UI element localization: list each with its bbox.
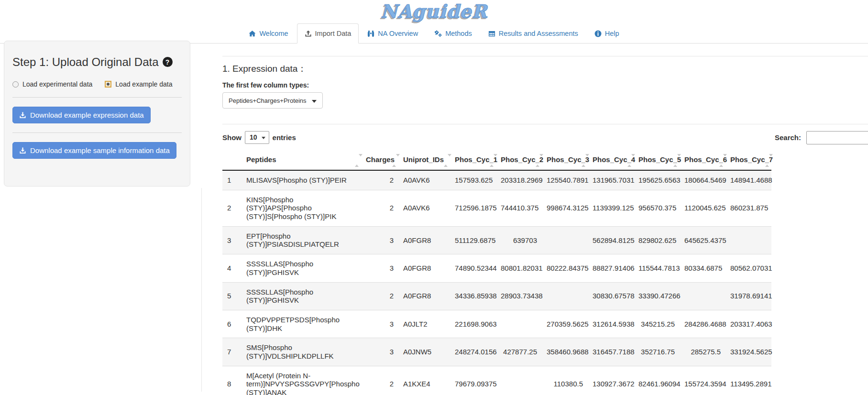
value-cell-phos_cyc_7: 31978.69141 bbox=[725, 282, 771, 310]
divider bbox=[222, 124, 868, 124]
column-header-phos_cyc_3[interactable]: Phos_Cyc_3 bbox=[542, 149, 588, 170]
value-cell-phos_cyc_5: 115544.7813 bbox=[634, 254, 680, 282]
value-cell-phos_cyc_7: 113495.2891 bbox=[725, 366, 771, 395]
value-cell-phos_cyc_6: 180664.5469 bbox=[680, 170, 725, 190]
row-index-cell: 5 bbox=[222, 282, 242, 310]
tab-label: Results and Assessments bbox=[499, 29, 578, 38]
radio-load-experimental-data[interactable]: Load experimental data bbox=[12, 80, 92, 88]
value-cell-phos_cyc_6: 285275.5 bbox=[680, 338, 725, 366]
table-row[interactable]: 5SSSSLLAS[Phospho (STY)]PGHISVK2A0FGR834… bbox=[222, 282, 771, 310]
table-row[interactable]: 7SMS[Phospho (STY)]VDLSHIPLKDPLLFK3A0JNW… bbox=[222, 338, 771, 366]
value-cell-phos_cyc_4: 130927.3672 bbox=[588, 366, 634, 395]
value-cell-phos_cyc_3 bbox=[542, 282, 588, 310]
peptide-cell: EPT[Phospho (STY)]PSIASDISLPIATQELR bbox=[242, 226, 361, 254]
search-input[interactable] bbox=[806, 131, 868, 144]
column-header-phos_cyc_6[interactable]: Phos_Cyc_6 bbox=[680, 149, 725, 170]
column-header-phos_cyc_4[interactable]: Phos_Cyc_4 bbox=[588, 149, 634, 170]
row-index-cell: 6 bbox=[222, 310, 242, 338]
page-length-value: 10 bbox=[250, 133, 257, 141]
value-cell-phos_cyc_5: 82461.96094 bbox=[634, 366, 680, 395]
data-source-radios: Load experimental data Load example data bbox=[12, 80, 182, 88]
value-cell-phos_cyc_2: 203318.2969 bbox=[496, 170, 542, 190]
table-controls: Show 10 entries Search: bbox=[222, 131, 868, 146]
column-header-peptides[interactable]: Peptides bbox=[242, 149, 361, 170]
table-left-divider bbox=[201, 188, 202, 392]
value-cell-phos_cyc_2 bbox=[496, 310, 542, 338]
show-label: Show bbox=[222, 133, 242, 142]
column-types-select[interactable]: Peptides+Charges+Proteins bbox=[222, 92, 323, 109]
column-header-phos_cyc_1[interactable]: Phos_Cyc_1 bbox=[450, 149, 496, 170]
column-header-phos_cyc_7[interactable]: Phos_Cyc_7 bbox=[725, 149, 771, 170]
upload-icon bbox=[305, 30, 312, 37]
value-cell-phos_cyc_6: 155724.3594 bbox=[680, 366, 725, 395]
charge-cell: 2 bbox=[361, 282, 398, 310]
sort-icon bbox=[627, 156, 632, 165]
expression-data-title: 1. Expression data： bbox=[222, 63, 868, 75]
uniprot-id-cell: A0JLT2 bbox=[398, 310, 450, 338]
row-index-cell: 7 bbox=[222, 338, 242, 366]
row-index-cell: 8 bbox=[222, 366, 242, 395]
download-example-sample-information-data-button[interactable]: Download example sample information data bbox=[12, 142, 176, 159]
sort-icon bbox=[490, 156, 494, 165]
value-cell-phos_cyc_5: 195625.6563 bbox=[634, 170, 680, 190]
tab-methods[interactable]: Methods bbox=[427, 23, 480, 44]
peptide-cell: SSSSLLAS[Phospho (STY)]PGHISVK bbox=[242, 254, 361, 282]
expression-table: PeptidesChargesUniprot_IDsPhos_Cyc_1Phos… bbox=[222, 149, 771, 395]
value-cell-phos_cyc_3: 998674.3125 bbox=[542, 190, 588, 226]
upload-panel: Step 1: Upload Original Data? Load exper… bbox=[4, 41, 190, 187]
uniprot-id-cell: A0JNW5 bbox=[398, 338, 450, 366]
value-cell-phos_cyc_5: 33390.47266 bbox=[634, 282, 680, 310]
value-cell-phos_cyc_4: 562894.8125 bbox=[588, 226, 634, 254]
value-cell-phos_cyc_6 bbox=[680, 282, 725, 310]
table-row[interactable]: 4SSSSLLAS[Phospho (STY)]PGHISVK3A0FGR874… bbox=[222, 254, 771, 282]
app-header: NAguideR bbox=[0, 0, 868, 24]
tab-help[interactable]: Help bbox=[587, 23, 627, 44]
column-header-label: Peptides bbox=[246, 155, 276, 164]
radio-label: Load experimental data bbox=[22, 80, 92, 88]
page-length-select[interactable]: 10 bbox=[245, 131, 269, 144]
value-cell-phos_cyc_5: 829802.625 bbox=[634, 226, 680, 254]
table-row[interactable]: 8M[Acetyl (Protein N-term)]NPVYSPGSSGVPY… bbox=[222, 366, 771, 395]
tab-label: Welcome bbox=[259, 29, 288, 38]
value-cell-phos_cyc_6: 80334.6875 bbox=[680, 254, 725, 282]
value-cell-phos_cyc_2: 427877.25 bbox=[496, 338, 542, 366]
column-header-phos_cyc_2[interactable]: Phos_Cyc_2 bbox=[496, 149, 542, 170]
tab-na-overview[interactable]: NA Overview bbox=[360, 23, 426, 44]
value-cell-phos_cyc_4: 30830.67578 bbox=[588, 282, 634, 310]
peptide-cell: SMS[Phospho (STY)]VDLSHIPLKDPLLFK bbox=[242, 338, 361, 366]
radio-unselected-icon[interactable] bbox=[12, 81, 19, 88]
radio-selected-icon[interactable] bbox=[105, 81, 111, 88]
row-index-cell: 3 bbox=[222, 226, 242, 254]
value-cell-phos_cyc_4: 312614.5938 bbox=[588, 310, 634, 338]
table-row[interactable]: 6TQDPVPPETPSDS[Phospho (STY)]DHK3A0JLT22… bbox=[222, 310, 771, 338]
value-cell-phos_cyc_6: 645625.4375 bbox=[680, 226, 725, 254]
column-header-charges[interactable]: Charges bbox=[361, 149, 398, 170]
download-example-expression-data-button[interactable]: Download example expression data bbox=[12, 107, 151, 123]
question-circle-icon[interactable]: ? bbox=[163, 57, 173, 67]
tab-import-data[interactable]: Import Data bbox=[297, 23, 359, 44]
column-header-phos_cyc_5[interactable]: Phos_Cyc_5 bbox=[634, 149, 680, 170]
panel-title: Step 1: Upload Original Data? bbox=[12, 55, 182, 69]
value-cell-phos_cyc_2: 80801.82031 bbox=[496, 254, 542, 282]
value-cell-phos_cyc_3: 110380.5 bbox=[542, 366, 588, 395]
table-row[interactable]: 3EPT[Phospho (STY)]PSIASDISLPIATQELR3A0F… bbox=[222, 226, 771, 254]
table-row[interactable]: 2KINS[Phospho (STY)]APS[Phospho (STY)]S[… bbox=[222, 190, 771, 226]
uniprot-id-cell: A0FGR8 bbox=[398, 254, 450, 282]
uniprot-id-cell: A0AVK6 bbox=[398, 170, 450, 190]
column-header-uniprot_ids[interactable]: Uniprot_IDs bbox=[398, 149, 450, 170]
value-cell-phos_cyc_3: 270359.5625 bbox=[542, 310, 588, 338]
sort-icon bbox=[765, 156, 769, 165]
value-cell-phos_cyc_3: 125540.7891 bbox=[542, 170, 588, 190]
tab-results-assessments[interactable]: Results and Assessments bbox=[481, 23, 586, 44]
divider bbox=[12, 132, 182, 133]
charge-cell: 3 bbox=[361, 226, 398, 254]
peptide-cell: TQDPVPPETPSDS[Phospho (STY)]DHK bbox=[242, 310, 361, 338]
chevron-down-icon bbox=[262, 137, 265, 139]
peptide-cell: SSSSLLAS[Phospho (STY)]PGHISVK bbox=[242, 282, 361, 310]
value-cell-phos_cyc_2: 28903.73438 bbox=[496, 282, 542, 310]
row-index-cell: 4 bbox=[222, 254, 242, 282]
table-row[interactable]: 1MLISAVS[Phospho (STY)]PEIR2A0AVK6157593… bbox=[222, 170, 771, 190]
sort-icon bbox=[536, 156, 540, 165]
radio-load-example-data[interactable]: Load example data bbox=[105, 80, 172, 88]
tab-welcome[interactable]: Welcome bbox=[241, 23, 296, 44]
